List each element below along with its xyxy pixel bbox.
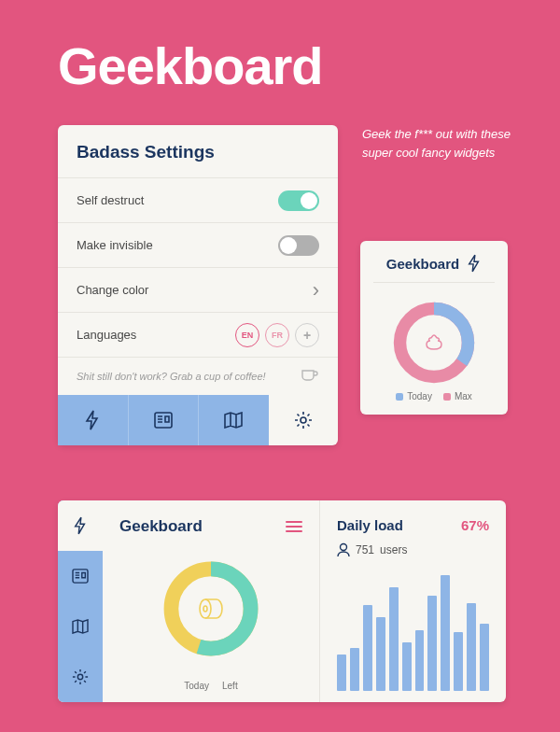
wide-card: Geekboard Today Left Daily load 67% 751 … — [58, 500, 506, 702]
wide-sidebar — [58, 500, 103, 702]
wide-legend: Today Left — [119, 681, 302, 691]
news-icon — [72, 569, 89, 584]
sidebar-lightning[interactable] — [58, 500, 103, 551]
lightning-icon — [467, 254, 482, 273]
bar — [467, 603, 476, 691]
bar — [376, 617, 385, 691]
settings-footnote: Shit still don't work? Grab a cup of cof… — [58, 357, 338, 395]
page-title: Geekboard — [58, 35, 323, 96]
tab-news[interactable] — [128, 395, 199, 445]
svg-point-10 — [341, 544, 347, 551]
wide-donut-chart — [119, 536, 302, 681]
row-self-destruct: Self destruct — [58, 177, 338, 222]
lightning-icon — [73, 516, 88, 535]
news-icon — [154, 412, 173, 429]
user-icon — [337, 542, 350, 557]
languages-label: Languages — [77, 328, 136, 342]
lightning-icon — [84, 410, 101, 430]
tab-map[interactable] — [198, 395, 269, 445]
svg-point-5 — [77, 674, 82, 679]
bar — [350, 648, 359, 691]
bar — [389, 587, 399, 691]
users-count: 751 — [356, 543, 374, 556]
row-make-invisible: Make invisible — [58, 222, 338, 267]
mini-title: Geekboard — [386, 256, 459, 272]
change-color-label: Change color — [77, 283, 148, 297]
settings-tabs — [58, 395, 338, 445]
bar — [337, 655, 346, 691]
wide-title: Geekboard — [119, 517, 203, 536]
chevron-right-icon: › — [313, 278, 319, 303]
bar — [454, 632, 463, 691]
daily-load-label: Daily load — [337, 517, 403, 533]
toilet-paper-icon — [185, 583, 237, 635]
tagline-text: Geek the f*** out with these super cool … — [362, 125, 521, 162]
daily-load-bars — [337, 569, 489, 691]
tab-lightning[interactable] — [58, 395, 128, 445]
coffee-icon — [301, 369, 319, 384]
row-languages: Languages EN FR + — [58, 312, 338, 357]
bar — [427, 596, 437, 691]
mini-card: Geekboard Today Max — [360, 241, 508, 415]
self-destruct-toggle[interactable] — [278, 190, 319, 211]
sidebar-map[interactable] — [58, 601, 103, 652]
tab-settings[interactable] — [269, 395, 339, 445]
daily-load-pct: 67% — [461, 517, 489, 533]
sidebar-news[interactable] — [58, 551, 103, 601]
wide-main: Geekboard Today Left — [103, 500, 319, 702]
settings-header: Badass Settings — [58, 125, 338, 177]
mini-legend: Today Max — [360, 391, 508, 401]
self-destruct-label: Self destruct — [77, 193, 144, 207]
make-invisible-toggle[interactable] — [278, 235, 319, 256]
settings-card: Badass Settings Self destruct Make invis… — [58, 125, 338, 445]
daily-load-panel: Daily load 67% 751 users — [319, 500, 506, 702]
gear-icon — [72, 669, 89, 685]
gear-icon — [294, 411, 313, 429]
mini-donut-chart — [360, 287, 508, 391]
language-en-button[interactable]: EN — [235, 323, 259, 347]
bar — [441, 575, 450, 691]
bar — [363, 605, 372, 691]
row-change-color[interactable]: Change color › — [58, 267, 338, 312]
poop-icon — [412, 320, 456, 365]
language-add-button[interactable]: + — [295, 323, 319, 347]
make-invisible-label: Make invisible — [77, 238, 153, 252]
bar — [480, 624, 489, 691]
bar — [402, 642, 412, 691]
language-fr-button[interactable]: FR — [265, 323, 289, 347]
map-icon — [72, 619, 89, 634]
svg-point-1 — [301, 417, 306, 423]
hamburger-icon[interactable] — [286, 521, 302, 532]
sidebar-settings[interactable] — [58, 652, 103, 702]
svg-point-9 — [203, 606, 207, 612]
svg-point-8 — [200, 599, 211, 618]
users-label: users — [380, 543, 407, 556]
footnote-text: Shit still don't work? Grab a cup of cof… — [77, 371, 266, 382]
bar — [415, 630, 425, 692]
map-icon — [224, 412, 243, 429]
